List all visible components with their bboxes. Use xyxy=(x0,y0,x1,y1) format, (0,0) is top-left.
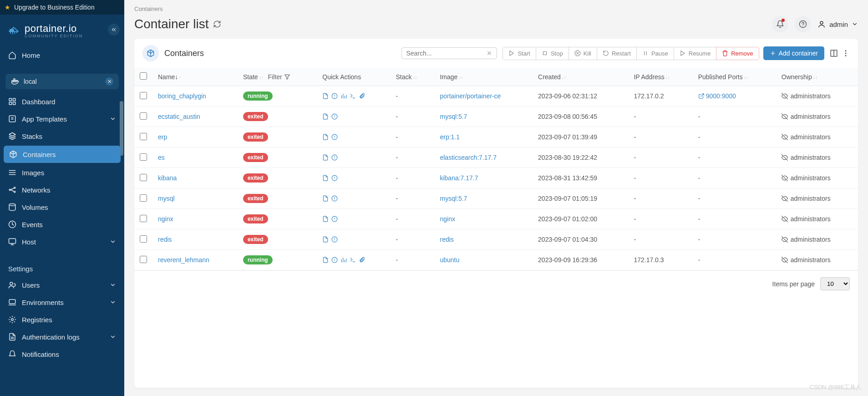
container-name-link[interactable]: boring_chaplygin xyxy=(158,92,206,100)
col-created[interactable]: Created↓↑ xyxy=(533,68,628,86)
brand-logo[interactable]: portainer.io COMMUNITY EDITION xyxy=(0,15,124,46)
upgrade-banner[interactable]: ★ Upgrade to Business Edition xyxy=(0,0,124,15)
remove-button[interactable]: Remove xyxy=(716,47,759,60)
stop-button[interactable]: Stop xyxy=(536,47,569,60)
notifications-button[interactable] xyxy=(772,16,788,32)
inspect-icon[interactable] xyxy=(331,175,338,181)
attach-icon[interactable] xyxy=(359,93,365,99)
stats-icon[interactable] xyxy=(340,93,347,99)
environment-selector[interactable]: local ✕ xyxy=(5,74,119,89)
sidebar-item-users[interactable]: Users xyxy=(0,276,124,294)
container-name-link[interactable]: reverent_lehmann xyxy=(158,256,209,264)
sidebar-item-volumes[interactable]: Volumes xyxy=(0,198,124,216)
resume-button[interactable]: Resume xyxy=(674,47,716,60)
image-link[interactable]: elasticsearch:7.17.7 xyxy=(440,154,497,161)
sidebar-item-notifications[interactable]: Notifications xyxy=(0,345,124,363)
col-ip[interactable]: IP Address↓↑ xyxy=(628,68,692,86)
sidebar-item-networks[interactable]: Networks xyxy=(0,181,124,198)
restart-button[interactable]: Restart xyxy=(597,47,637,60)
inspect-icon[interactable] xyxy=(331,236,338,243)
inspect-icon[interactable] xyxy=(331,154,338,161)
inspect-icon[interactable] xyxy=(331,195,338,202)
logs-icon[interactable] xyxy=(322,195,329,202)
sidebar-item-images[interactable]: Images xyxy=(0,164,124,181)
search-input[interactable] xyxy=(406,50,486,57)
inspect-icon[interactable] xyxy=(331,134,338,140)
logs-icon[interactable] xyxy=(322,236,329,243)
row-checkbox[interactable] xyxy=(140,215,147,222)
row-checkbox[interactable] xyxy=(140,92,147,99)
console-icon[interactable] xyxy=(350,93,356,99)
col-name[interactable]: Name↓↑ xyxy=(152,68,238,86)
inspect-icon[interactable] xyxy=(331,216,338,222)
container-name-link[interactable]: kibana xyxy=(158,174,177,182)
container-name-link[interactable]: ecstatic_austin xyxy=(158,113,200,120)
sidebar-item-host[interactable]: Host xyxy=(0,233,124,250)
image-link[interactable]: mysql:5.7 xyxy=(440,195,467,202)
row-checkbox[interactable] xyxy=(140,112,147,120)
container-name-link[interactable]: mysql xyxy=(158,195,175,202)
more-button[interactable] xyxy=(842,49,850,57)
items-per-page-select[interactable]: 10 xyxy=(820,277,850,290)
console-icon[interactable] xyxy=(350,257,356,263)
logs-icon[interactable] xyxy=(322,154,329,161)
image-link[interactable]: nginx xyxy=(440,215,455,223)
logs-icon[interactable] xyxy=(322,257,329,263)
sidebar-item-containers[interactable]: Containers xyxy=(4,146,121,163)
search-clear-button[interactable]: ✕ xyxy=(486,50,493,57)
container-name-link[interactable]: erp xyxy=(158,133,167,141)
inspect-icon[interactable] xyxy=(331,113,338,120)
sidebar-item-app-templates[interactable]: App Templates xyxy=(0,110,124,127)
logs-icon[interactable] xyxy=(322,216,329,222)
image-link[interactable]: portainer/portainer-ce xyxy=(440,92,501,100)
sidebar-item-home[interactable]: Home xyxy=(0,46,124,64)
sidebar-item-dashboard[interactable]: Dashboard xyxy=(0,93,124,110)
container-name-link[interactable]: redis xyxy=(158,236,172,243)
container-name-link[interactable]: es xyxy=(158,154,165,161)
row-checkbox[interactable] xyxy=(140,133,147,140)
kill-button[interactable]: Kill xyxy=(569,47,597,60)
row-checkbox[interactable] xyxy=(140,256,147,263)
sidebar-item-events[interactable]: Events xyxy=(0,216,124,233)
col-image[interactable]: Image↓↑ xyxy=(434,68,533,86)
breadcrumb[interactable]: Containers xyxy=(124,0,868,14)
columns-button[interactable] xyxy=(830,49,838,57)
sidebar-item-stacks[interactable]: Stacks xyxy=(0,127,124,145)
logs-icon[interactable] xyxy=(322,93,329,99)
add-container-button[interactable]: Add container xyxy=(763,46,824,60)
filter-link[interactable]: Filter xyxy=(268,73,290,81)
user-menu[interactable]: admin xyxy=(817,20,858,28)
sidebar-collapse-button[interactable] xyxy=(108,24,120,36)
environment-close-button[interactable]: ✕ xyxy=(105,77,113,86)
col-stack[interactable]: Stack↓↑ xyxy=(390,68,434,86)
row-checkbox[interactable] xyxy=(140,153,147,161)
row-checkbox[interactable] xyxy=(140,174,147,181)
start-button[interactable]: Start xyxy=(503,47,536,60)
col-state[interactable]: State↓↑Filter xyxy=(238,68,317,86)
logs-icon[interactable] xyxy=(322,113,329,120)
image-link[interactable]: mysql:5.7 xyxy=(440,113,467,120)
image-link[interactable]: erp:1.1 xyxy=(440,133,460,141)
logs-icon[interactable] xyxy=(322,134,329,140)
logs-icon[interactable] xyxy=(322,175,329,181)
sidebar-item-environments[interactable]: Environments xyxy=(0,294,124,311)
container-name-link[interactable]: nginx xyxy=(158,215,173,223)
row-checkbox[interactable] xyxy=(140,235,147,243)
row-checkbox[interactable] xyxy=(140,194,147,202)
search-box[interactable]: ✕ xyxy=(401,47,497,59)
image-link[interactable]: ubuntu xyxy=(440,256,459,264)
image-link[interactable]: redis xyxy=(440,236,453,243)
select-all-checkbox[interactable] xyxy=(140,72,147,80)
help-button[interactable] xyxy=(795,16,811,32)
sidebar-item-registries[interactable]: Registries xyxy=(0,311,124,328)
col-ports[interactable]: Published Ports↓↑ xyxy=(693,68,776,86)
port-link[interactable]: 9000:9000 xyxy=(698,92,736,100)
pause-button[interactable]: Pause xyxy=(636,47,674,60)
attach-icon[interactable] xyxy=(359,257,365,263)
image-link[interactable]: kibana:7.17.7 xyxy=(440,174,478,182)
refresh-icon[interactable] xyxy=(213,20,221,28)
sidebar-item-authentication-logs[interactable]: Authentication logs xyxy=(0,328,124,345)
inspect-icon[interactable] xyxy=(331,93,338,99)
col-owner[interactable]: Ownership↓↑ xyxy=(776,68,858,86)
stats-icon[interactable] xyxy=(340,257,347,263)
